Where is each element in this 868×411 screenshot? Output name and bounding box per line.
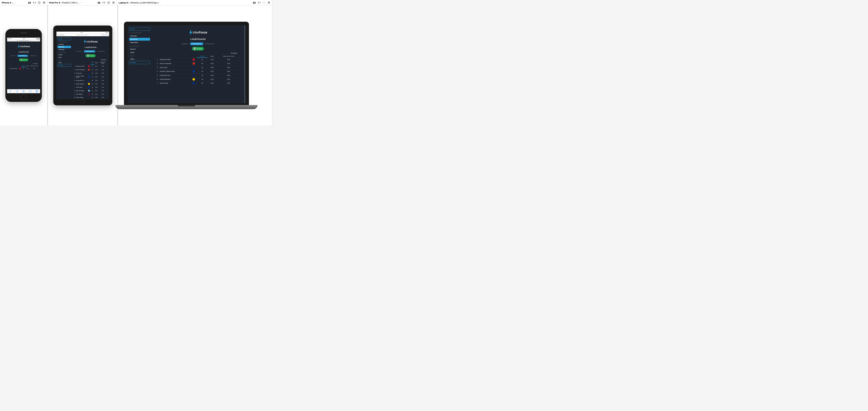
leaderboard-table: Goals ▾ Goals Goals (excl. pens) 1Mohame… bbox=[155, 55, 241, 85]
tab-strikerate[interactable]: STRIKERATE bbox=[190, 42, 203, 45]
tab-strikerate[interactable]: STRIKERATE bbox=[18, 55, 28, 57]
table-row[interactable]: 1Mohamed Salah170.760.49 bbox=[74, 65, 107, 68]
camera-icon[interactable] bbox=[28, 1, 31, 4]
sidebar-item-about[interactable]: About bbox=[129, 58, 150, 60]
phone-frame: No SIM ᯤ 00:47 100% ▮ AA 🔒 loosenthedark… bbox=[5, 29, 42, 102]
camera-icon[interactable] bbox=[253, 1, 256, 4]
scorers-button[interactable]: Scorers bbox=[85, 54, 96, 57]
chevron-down-icon[interactable] bbox=[159, 2, 161, 3]
forward-icon[interactable] bbox=[16, 90, 18, 93]
panel-name: iPad Pro 9 bbox=[49, 1, 60, 4]
app-logo: trikeForce bbox=[83, 39, 98, 44]
table-row[interactable]: 3Harry Kane140.630.49 bbox=[155, 65, 241, 69]
sidebar-item-scorers[interactable]: Scorers bbox=[58, 54, 71, 56]
sidebar-item-summary[interactable]: Summary bbox=[58, 43, 71, 45]
scorers-button[interactable]: Scorers bbox=[192, 47, 204, 51]
panel-details: Windows (1280×800/97ppi ) bbox=[130, 1, 158, 4]
code-icon[interactable] bbox=[33, 1, 36, 4]
sidebar-item-home[interactable]: Home bbox=[129, 28, 150, 31]
rotate-icon[interactable] bbox=[107, 1, 110, 4]
laptop-base bbox=[115, 105, 258, 109]
table-row[interactable]: 8İlkay Gündoğan110.670.81 bbox=[74, 89, 107, 93]
panel-header-phone: iPhone 8 … bbox=[0, 0, 48, 5]
sidebar-item-clubs[interactable]: Clubs bbox=[129, 51, 150, 54]
table-row[interactable]: 3Harry Kane140.630.49 bbox=[74, 71, 107, 75]
panel-name: iPhone 8 … bbox=[2, 1, 14, 4]
sidebar-section-dashboards: DASHBOARDS bbox=[129, 44, 150, 47]
tab-summary[interactable]: SUMMARY bbox=[9, 55, 18, 57]
close-icon[interactable] bbox=[112, 1, 115, 4]
col-goals-sort[interactable]: Goals ▾ bbox=[22, 65, 26, 67]
tab-strikevalue[interactable]: STRIKEVALUE bbox=[203, 42, 217, 45]
col-goals-sort[interactable]: Goals ▾ bbox=[197, 55, 208, 58]
col-excl[interactable]: Goals (excl. pens) bbox=[216, 55, 241, 58]
share-icon[interactable] bbox=[22, 90, 25, 93]
tab-strikerate[interactable]: STRIKERATE bbox=[84, 50, 95, 53]
chevron-down-icon[interactable] bbox=[81, 2, 82, 3]
table-row[interactable]: 6Patrick Bamford130.540.50 bbox=[74, 82, 107, 86]
book-icon[interactable] bbox=[29, 90, 31, 93]
per-game-label: Per game bbox=[8, 63, 39, 64]
tab-summary[interactable]: SUMMARY bbox=[179, 42, 190, 45]
lb-tabs: SUMMARY STRIKERATE STRIKEVALUE bbox=[9, 55, 39, 57]
sidebar-item-strikevalue[interactable]: StrikeValue bbox=[58, 49, 71, 51]
table-row[interactable]: 4Dominic Calvert-Lewin130.620.62 bbox=[155, 69, 241, 73]
panel-name: Laptop-S bbox=[119, 1, 128, 4]
table-row[interactable]: 1Mohamed Salah170.760.49 bbox=[8, 67, 39, 70]
col-excl[interactable]: Goals (excl. pens) bbox=[98, 61, 107, 65]
sidebar-item-strikevalue[interactable]: StrikeValue bbox=[129, 41, 150, 44]
per-game-label: Per game bbox=[155, 52, 241, 54]
tab-strikevalue[interactable]: STRIKEVALUE bbox=[28, 55, 38, 57]
scrollbar[interactable] bbox=[244, 25, 245, 103]
sidebar-item-strikerate[interactable]: StrikeRate bbox=[129, 38, 150, 41]
code-icon[interactable] bbox=[102, 1, 105, 4]
tablet-address-bar[interactable]: ‹ › ☐ AA 🔒 loosenthedark.github.io ↻ ⇧ +… bbox=[56, 33, 109, 36]
sidebar-item-about[interactable]: About bbox=[58, 61, 71, 64]
col-goals[interactable]: Goals bbox=[95, 61, 98, 65]
col-goals-sort[interactable]: Goals ▾ bbox=[90, 61, 95, 65]
col-goals[interactable]: Goals bbox=[26, 65, 29, 67]
table-row[interactable]: 9Ollie Watkins100.400.36 bbox=[74, 92, 107, 96]
table-row[interactable]: 6Patrick Bamford130.540.50 bbox=[155, 77, 241, 81]
table-row[interactable]: 4Dominic Calvert-Lewin130.620.62 bbox=[74, 75, 107, 79]
close-icon[interactable] bbox=[43, 1, 45, 4]
table-row[interactable]: 5Heung-Min Son130.540.54 bbox=[74, 79, 107, 82]
rotate-icon bbox=[262, 1, 266, 4]
sidebar-item-clubs[interactable]: Clubs bbox=[58, 56, 71, 59]
sidebar-item-contact[interactable]: Contact bbox=[129, 61, 150, 64]
code-icon[interactable] bbox=[258, 1, 260, 4]
table-row[interactable]: 2Bruno Fernandes150.640.34 bbox=[74, 68, 107, 71]
table-row[interactable]: 5Heung-Min Son130.540.54 bbox=[155, 73, 241, 77]
tab-summary[interactable]: SUMMARY bbox=[74, 50, 84, 53]
ios-status-bar: ᯤ 00:47 100% ▮ bbox=[56, 32, 109, 33]
table-row[interactable]: 2Bruno Fernandes150.640.34 bbox=[155, 62, 241, 66]
sidebar-item-summary[interactable]: Summary bbox=[129, 35, 150, 37]
app-logo: trikeForce bbox=[189, 30, 207, 35]
tabs-icon[interactable] bbox=[36, 90, 38, 93]
back-icon[interactable] bbox=[9, 90, 12, 93]
svg-point-1 bbox=[29, 2, 30, 3]
table-row[interactable]: 1Mohamed Salah170.760.49 bbox=[155, 58, 241, 62]
sidebar-item-contact[interactable]: Contact bbox=[58, 64, 71, 67]
rotate-icon[interactable] bbox=[38, 1, 41, 4]
camera-icon[interactable] bbox=[98, 1, 100, 4]
lb-tabs: SUMMARY STRIKERATE STRIKEVALUE bbox=[74, 50, 107, 53]
ios-address-bar[interactable]: AA 🔒 loosenthedark.github.io ↻ bbox=[7, 39, 40, 41]
tablet-frame: ᯤ 00:47 100% ▮ ‹ › ☐ AA 🔒 loosenthedark.… bbox=[53, 26, 112, 105]
tab-strikevalue[interactable]: STRIKEVALUE bbox=[95, 50, 107, 53]
page-title: Leaderboards bbox=[19, 51, 29, 53]
table-row[interactable]: 10Callum Wilson100.540.38 bbox=[74, 96, 107, 99]
soccer-icon bbox=[21, 59, 22, 61]
sidebar-item-home[interactable]: Home bbox=[58, 38, 71, 40]
sidebar-item-scorers[interactable]: Scorers bbox=[129, 48, 150, 51]
soccer-icon bbox=[87, 55, 89, 57]
chevron-down-icon[interactable] bbox=[15, 2, 17, 3]
device-pane-laptop: Home LEADERBOARDS Summary StrikeRate Str… bbox=[118, 5, 272, 125]
sidebar-item-strikerate[interactable]: StrikeRate bbox=[58, 46, 71, 48]
close-icon[interactable] bbox=[268, 1, 270, 4]
scorers-button[interactable]: Scorers bbox=[19, 59, 28, 61]
table-row[interactable]: 7Jamie Vardy120.640.32 bbox=[74, 86, 107, 89]
col-goals[interactable]: Goals bbox=[208, 55, 216, 58]
table-row[interactable]: 7Jamie Vardy120.640.32 bbox=[155, 81, 241, 85]
col-excl[interactable]: Goals (excl. pens) bbox=[29, 65, 39, 67]
